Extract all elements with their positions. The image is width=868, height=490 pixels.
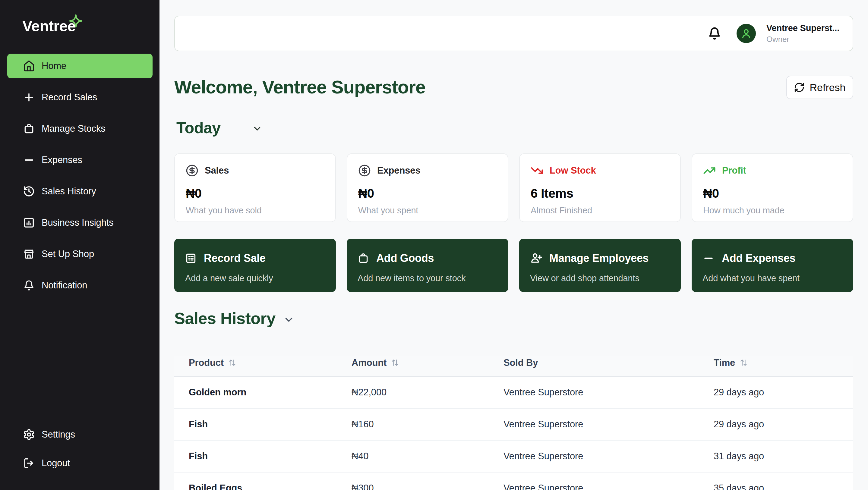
- notification-bell-icon[interactable]: [708, 27, 721, 40]
- sidebar-item-sales-history[interactable]: Sales History: [7, 179, 153, 204]
- action-subtitle: Add a new sale quickly: [185, 273, 325, 283]
- logout-icon: [23, 457, 35, 469]
- stat-label: Low Stock: [550, 165, 596, 176]
- cell-sold-by: Ventree Superstore: [503, 408, 714, 440]
- sort-icon[interactable]: [228, 358, 237, 367]
- action-title: Record Sale: [204, 252, 266, 265]
- stat-subtitle: How much you made: [703, 205, 842, 216]
- user-role: Owner: [766, 34, 830, 44]
- cell-time: 31 days ago: [714, 440, 853, 472]
- sidebar-item-label: Home: [41, 61, 66, 71]
- sidebar-item-settings[interactable]: Settings: [7, 422, 153, 447]
- trending-up-icon: [703, 164, 716, 177]
- table-header-row: Product Amount Sold By Time: [174, 356, 853, 377]
- sidebar-item-set-up-shop[interactable]: Set Up Shop: [7, 242, 153, 266]
- sidebar-item-home[interactable]: Home: [7, 54, 153, 78]
- sidebar-item-label: Settings: [41, 429, 75, 440]
- stat-card-sales: Sales ₦0 What you have sold: [174, 153, 336, 222]
- sidebar-item-logout[interactable]: Logout: [7, 451, 153, 476]
- action-subtitle: Add what you have spent: [703, 273, 842, 283]
- cell-amount: ₦40: [351, 440, 503, 472]
- app-logo-text: Ventree: [22, 18, 76, 35]
- sidebar-item-business-insights[interactable]: Business Insights: [7, 210, 153, 235]
- refresh-icon: [794, 82, 805, 93]
- column-header-product[interactable]: Product: [174, 356, 351, 377]
- stat-label: Expenses: [377, 165, 420, 176]
- circle-dollar-icon: [358, 164, 371, 177]
- section-title: Sales History: [174, 308, 276, 328]
- bell-icon: [23, 280, 35, 291]
- sidebar-item-label: Sales History: [41, 186, 96, 197]
- column-label: Amount: [351, 357, 386, 368]
- stat-value: 6 Items: [531, 187, 669, 200]
- sidebar-item-label: Notification: [41, 280, 87, 291]
- table-row[interactable]: Fish ₦40 Ventree Superstore 31 days ago: [174, 440, 853, 472]
- quick-actions: Record Sale Add a new sale quickly Add G…: [174, 239, 853, 292]
- column-header-amount[interactable]: Amount: [351, 356, 503, 377]
- sidebar-item-label: Set Up Shop: [41, 249, 94, 259]
- action-subtitle: View or add shop attendants: [530, 273, 670, 283]
- table-row[interactable]: Golden morn ₦22,000 Ventree Superstore 2…: [174, 377, 853, 408]
- action-title: Manage Employees: [549, 252, 649, 265]
- chevron-down-icon[interactable]: [283, 314, 294, 325]
- avatar[interactable]: [737, 24, 756, 43]
- action-title: Add Goods: [376, 252, 434, 265]
- sidebar-divider: [7, 412, 152, 412]
- sidebar-item-label: Expenses: [41, 155, 82, 165]
- refresh-button[interactable]: Refresh: [786, 76, 853, 99]
- column-label: Product: [189, 357, 224, 368]
- user-name: Ventree Superst...: [766, 23, 830, 34]
- shopping-bag-icon: [358, 253, 369, 264]
- sort-icon[interactable]: [391, 358, 400, 367]
- add-expenses-card[interactable]: Add Expenses Add what you have spent: [692, 239, 853, 292]
- sidebar: Ventree Home Record Sales Manage Stocks …: [0, 0, 159, 490]
- sidebar-item-label: Manage Stocks: [41, 123, 105, 134]
- sidebar-item-manage-stocks[interactable]: Manage Stocks: [7, 116, 153, 141]
- cell-product: Boiled Eggs: [174, 472, 351, 490]
- shopping-bag-icon: [23, 123, 35, 135]
- app-logo: Ventree: [22, 19, 76, 34]
- stat-subtitle: Almost Finished: [531, 205, 669, 216]
- sidebar-item-expenses[interactable]: Expenses: [7, 148, 153, 172]
- stat-value: ₦0: [186, 187, 324, 200]
- history-icon: [23, 185, 35, 197]
- period-dropdown[interactable]: Today: [176, 119, 262, 137]
- sidebar-footer: Settings Logout: [0, 422, 159, 480]
- refresh-label: Refresh: [809, 81, 845, 93]
- stat-subtitle: What you have sold: [186, 205, 324, 216]
- sidebar-item-notification[interactable]: Notification: [7, 273, 153, 298]
- table-row[interactable]: Boiled Eggs ₦300 Ventree Superstore 35 d…: [174, 472, 853, 490]
- cell-product: Fish: [174, 440, 351, 472]
- cell-amount: ₦22,000: [351, 377, 503, 408]
- column-header-sold-by[interactable]: Sold By: [503, 356, 714, 377]
- cell-sold-by: Ventree Superstore: [503, 377, 714, 408]
- cell-product: Fish: [174, 408, 351, 440]
- stat-card-expenses: Expenses ₦0 What you spent: [347, 153, 508, 222]
- user-block[interactable]: Ventree Superst... Owner: [766, 23, 830, 44]
- sidebar-item-record-sales[interactable]: Record Sales: [7, 85, 153, 110]
- column-header-time[interactable]: Time: [714, 356, 853, 377]
- stat-value: ₦0: [358, 187, 497, 200]
- gear-icon: [23, 428, 35, 440]
- page-title: Welcome, Ventree Superstore: [174, 75, 425, 99]
- cell-time: 35 days ago: [714, 472, 853, 490]
- manage-employees-card[interactable]: Manage Employees View or add shop attend…: [519, 239, 681, 292]
- sidebar-nav: Home Record Sales Manage Stocks Expenses…: [0, 54, 159, 304]
- stat-card-low-stock: Low Stock 6 Items Almost Finished: [519, 153, 681, 222]
- add-goods-card[interactable]: Add Goods Add new items to your stock: [347, 239, 508, 292]
- bar-chart-icon: [23, 217, 35, 229]
- cell-amount: ₦160: [351, 408, 503, 440]
- record-sale-card[interactable]: Record Sale Add a new sale quickly: [174, 239, 336, 292]
- main-content: Ventree Superst... Owner Welcome, Ventre…: [159, 0, 868, 490]
- cell-sold-by: Ventree Superstore: [503, 440, 714, 472]
- receipt-list-icon: [185, 253, 196, 264]
- cell-product: Golden morn: [174, 377, 351, 408]
- stats-grid: Sales ₦0 What you have sold Expenses ₦0 …: [174, 153, 853, 222]
- circle-dollar-icon: [186, 164, 198, 177]
- table-row[interactable]: Fish ₦160 Ventree Superstore 29 days ago: [174, 408, 853, 440]
- user-plus-icon: [530, 252, 542, 264]
- cell-time: 29 days ago: [714, 377, 853, 408]
- sort-icon[interactable]: [739, 358, 748, 367]
- chevron-down-icon: [252, 124, 262, 134]
- sales-history-table: Product Amount Sold By Time Golden morn …: [174, 356, 853, 490]
